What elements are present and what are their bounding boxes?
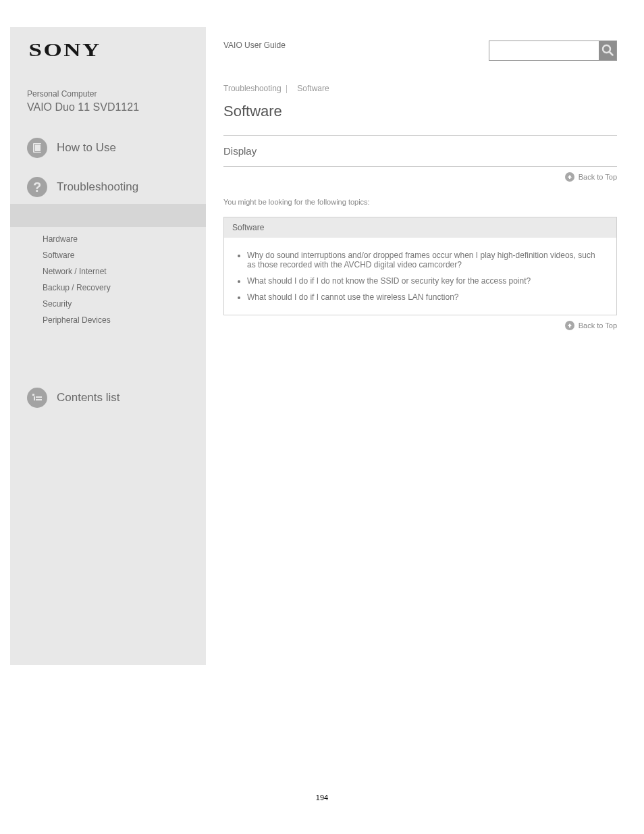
crumb-a[interactable]: Troubleshooting <box>223 84 281 93</box>
section-display[interactable]: Display <box>223 136 617 166</box>
nav-label: Troubleshooting <box>57 180 138 194</box>
list-icon <box>27 388 47 408</box>
nav-contents[interactable]: Contents list <box>10 384 206 412</box>
svg-line-12 <box>610 52 613 55</box>
svg-rect-8 <box>36 396 42 398</box>
sub-peripheral[interactable]: Peripheral Devices <box>43 312 206 328</box>
topics-header: Software <box>224 217 616 238</box>
brand-logo: SONY <box>10 39 255 61</box>
sub-network[interactable]: Network / Internet <box>43 263 206 280</box>
disclaimer: You might be looking for the following t… <box>223 187 617 214</box>
svg-text:?: ? <box>33 180 41 194</box>
product-line: Personal Computer <box>10 61 206 101</box>
question-icon: ? <box>27 177 47 197</box>
troubleshooting-sublist: Hardware Software Network / Internet Bac… <box>10 227 206 343</box>
sub-software[interactable]: Software <box>43 247 206 263</box>
svg-rect-10 <box>34 396 35 400</box>
breadcrumb: Troubleshooting Software <box>223 61 617 99</box>
nav-how-to-use[interactable]: How to Use <box>10 134 206 162</box>
sub-hardware[interactable]: Hardware <box>43 231 206 247</box>
nav-troubleshooting[interactable]: ? Troubleshooting <box>10 173 206 201</box>
nav-troubleshooting-active <box>10 204 206 227</box>
back-to-top[interactable]: Back to Top <box>565 172 617 182</box>
topic-link[interactable]: Why do sound interruptions and/or droppe… <box>247 247 604 273</box>
main-content: VAIO User Guide Troubleshooting Software… <box>206 27 617 665</box>
search-button[interactable] <box>599 41 616 60</box>
crumb-b[interactable]: Software <box>297 84 329 93</box>
back-to-top[interactable]: Back to Top <box>565 321 617 330</box>
topic-link[interactable]: What should I do if I cannot use the wir… <box>247 289 604 305</box>
search-icon <box>601 43 614 59</box>
svg-rect-7 <box>32 394 34 396</box>
svg-rect-9 <box>36 399 42 400</box>
nav-label: How to Use <box>57 141 116 155</box>
page-title: Software <box>223 99 617 135</box>
nav-label: Contents list <box>57 391 120 405</box>
sub-backup[interactable]: Backup / Recovery <box>43 280 206 296</box>
svg-rect-3 <box>35 145 41 151</box>
topic-link[interactable]: What should I do if I do not know the SS… <box>247 273 604 289</box>
search-input[interactable] <box>489 41 599 60</box>
page-number: 194 <box>0 665 644 815</box>
back-to-top-label: Back to Top <box>579 173 617 181</box>
back-to-top-label: Back to Top <box>579 321 617 330</box>
sub-security[interactable]: Security <box>43 296 206 312</box>
product-model: VAIO Duo 11 SVD1121 <box>10 101 206 134</box>
search-box <box>489 41 617 61</box>
book-icon <box>27 138 47 158</box>
sidebar: SONY Personal Computer VAIO Duo 11 SVD11… <box>10 27 206 665</box>
arrow-up-icon <box>565 172 574 182</box>
related-topics: Software Why do sound interruptions and/… <box>223 217 617 315</box>
arrow-up-icon <box>565 321 574 330</box>
